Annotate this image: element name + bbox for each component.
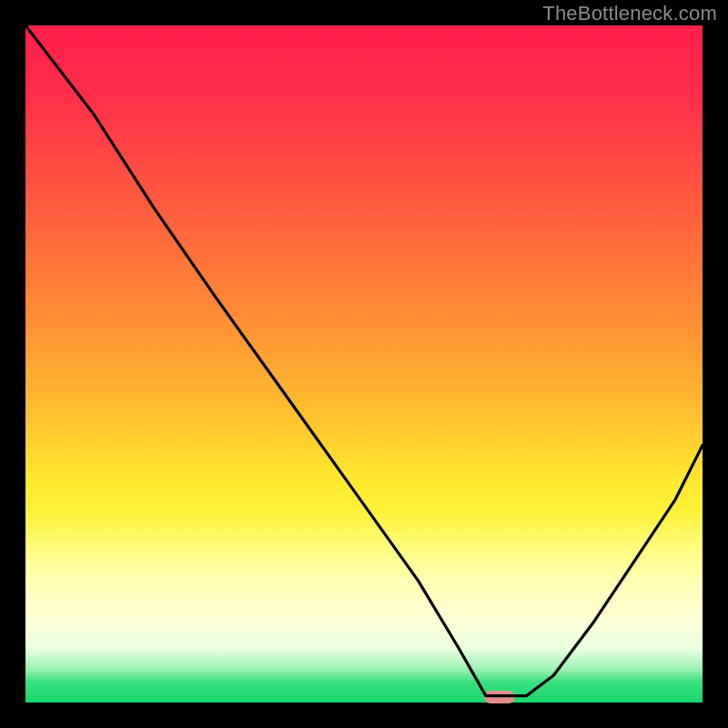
- bottleneck-curve-path: [25, 25, 703, 696]
- watermark-text: TheBottleneck.com: [542, 2, 717, 25]
- curve-overlay: [25, 25, 703, 703]
- chart-frame: TheBottleneck.com: [0, 0, 728, 728]
